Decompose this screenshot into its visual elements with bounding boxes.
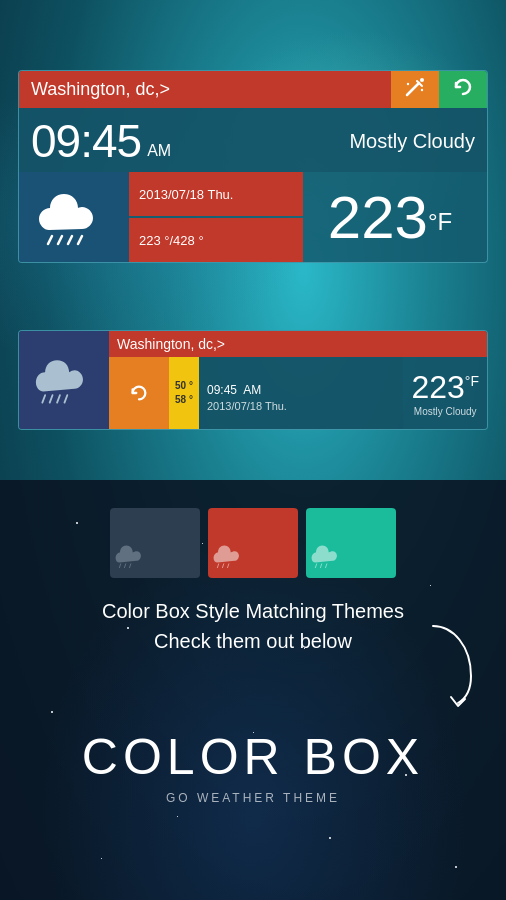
degree-small: °F: [465, 373, 479, 389]
date-temp-col: 2013/07/18 Thu. 223 °/428 °: [129, 172, 303, 262]
svg-line-17: [222, 564, 223, 568]
svg-line-15: [130, 564, 131, 568]
small-temp-block: 223°F Mostly Cloudy: [403, 357, 487, 429]
colorbox-subtitle: GO WEATHER THEME: [0, 791, 506, 805]
svg-line-9: [42, 395, 45, 402]
ampm-large: AM: [147, 142, 171, 160]
temp-high-small: 58 °: [175, 393, 193, 407]
small-time-block: 09:45 AM 2013/07/18 Thu.: [199, 357, 403, 429]
orange-refresh-box[interactable]: [109, 357, 169, 429]
range-box: 223 °/428 °: [129, 218, 303, 262]
weather-desc-small: Mostly Cloudy: [414, 406, 477, 417]
time-large: 09:45: [31, 114, 141, 168]
svg-point-4: [421, 89, 423, 91]
weather-desc-large: Mostly Cloudy: [349, 130, 475, 153]
promo-line2: Check them out below: [102, 626, 404, 656]
preview-cloud-red: [212, 536, 257, 574]
colorbox-title: COLOR BOX: [0, 728, 506, 786]
svg-line-7: [68, 236, 72, 244]
city-name-small: Washington, dc,>: [117, 336, 225, 352]
svg-line-20: [320, 564, 321, 568]
arrow-area: [423, 621, 478, 715]
widget-large: Washington, dc,> 09:: [18, 70, 488, 263]
svg-line-19: [315, 564, 316, 568]
refresh-button[interactable]: [439, 71, 487, 108]
svg-point-2: [420, 78, 424, 82]
svg-line-14: [124, 564, 125, 568]
yellow-temp-box: 50 ° 58 °: [169, 357, 199, 429]
preview-boxes-row: [110, 508, 396, 578]
widget-small: Washington, dc,> 50 ° 58 ° 09:45 AM: [18, 330, 488, 430]
big-temp-large: 223°F: [303, 172, 487, 262]
svg-line-5: [48, 236, 52, 244]
cloud-rain-icon-small: [32, 350, 97, 410]
svg-line-8: [78, 236, 82, 244]
widget-bottom-row: 2013/07/18 Thu. 223 °/428 ° 223°F: [19, 172, 487, 262]
wand-button[interactable]: [391, 71, 439, 108]
date-small: 2013/07/18 Thu.: [207, 400, 395, 412]
curved-arrow-icon: [423, 621, 478, 711]
svg-point-3: [407, 83, 409, 85]
temp-low-small: 50 °: [175, 379, 193, 393]
preview-cloud-dark: [114, 536, 159, 574]
degree-symbol-large: °F: [428, 208, 452, 236]
colorbox-title-block: COLOR BOX GO WEATHER THEME: [0, 728, 506, 805]
date-large: 2013/07/18 Thu.: [139, 187, 233, 202]
promo-text-block: Color Box Style Matching Themes Check th…: [82, 596, 424, 656]
city-bar-large[interactable]: Washington, dc,>: [19, 71, 391, 108]
svg-line-11: [57, 395, 60, 402]
cloud-icon-box-large: [19, 172, 129, 262]
wand-icon: [404, 76, 426, 103]
ampm-small: AM: [243, 383, 261, 397]
svg-line-18: [228, 564, 229, 568]
temp-large-small: 223°F: [411, 369, 479, 406]
time-value-small: 09:45: [207, 383, 237, 397]
svg-line-21: [326, 564, 327, 568]
preview-box-red: [208, 508, 298, 578]
preview-box-teal: [306, 508, 396, 578]
temp-value-large: 223: [328, 183, 428, 252]
time-small: 09:45 AM: [207, 374, 395, 400]
svg-line-13: [119, 564, 120, 568]
preview-cloud-teal: [310, 536, 355, 574]
date-box: 2013/07/18 Thu.: [129, 172, 303, 216]
promo-line1: Color Box Style Matching Themes: [102, 596, 404, 626]
refresh-icon-small: [129, 383, 149, 403]
cloud-rain-icon-large: [34, 182, 114, 252]
temp-range-large: 223 °/428 °: [139, 233, 204, 248]
widget-small-right: Washington, dc,> 50 ° 58 ° 09:45 AM: [109, 331, 487, 429]
promo-section: Color Box Style Matching Themes Check th…: [0, 480, 506, 900]
cloud-icon-box-small: [19, 331, 109, 429]
city-bar-small[interactable]: Washington, dc,>: [109, 331, 487, 357]
svg-line-10: [49, 395, 52, 402]
svg-line-16: [217, 564, 218, 568]
widget-time-row: 09:45 AM Mostly Cloudy: [19, 108, 487, 172]
small-mid-row: 50 ° 58 ° 09:45 AM 2013/07/18 Thu. 223°F…: [109, 357, 487, 429]
city-name-large: Washington, dc,>: [31, 79, 170, 99]
refresh-icon: [452, 76, 474, 103]
svg-line-6: [58, 236, 62, 244]
temp-value-small-main: 223: [411, 369, 464, 405]
preview-box-dark: [110, 508, 200, 578]
widget-large-header: Washington, dc,>: [19, 71, 487, 108]
svg-line-12: [64, 395, 67, 402]
